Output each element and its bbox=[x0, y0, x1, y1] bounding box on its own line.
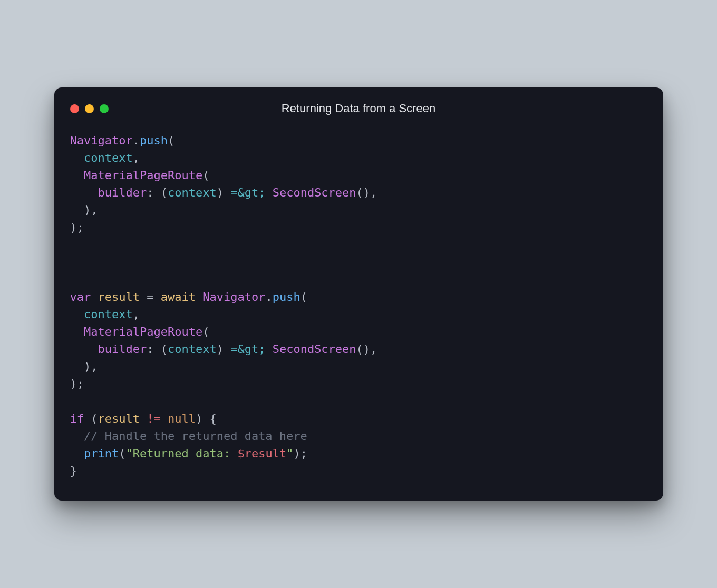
code-token: ( bbox=[356, 342, 363, 356]
code-block: Navigator.push( context, MaterialPageRou… bbox=[70, 132, 647, 479]
code-token: : bbox=[147, 342, 153, 356]
code-token: ( bbox=[202, 169, 209, 182]
code-token: { bbox=[209, 412, 216, 425]
code-token: var bbox=[70, 290, 91, 303]
code-token: SecondScreen bbox=[273, 186, 356, 199]
code-token: MaterialPageRoute bbox=[84, 325, 202, 338]
code-token: ) bbox=[293, 447, 300, 460]
code-token: ; bbox=[77, 377, 84, 390]
code-token: result bbox=[98, 290, 140, 303]
code-token: $result bbox=[237, 447, 286, 460]
code-token: ( bbox=[119, 447, 125, 460]
code-token: ) bbox=[70, 221, 77, 234]
code-token: ( bbox=[91, 412, 98, 425]
code-token: " bbox=[286, 447, 293, 460]
close-icon[interactable] bbox=[70, 104, 79, 113]
code-token: print bbox=[84, 447, 119, 460]
code-token: ( bbox=[161, 186, 168, 199]
code-token: ) bbox=[363, 186, 370, 199]
code-token: if bbox=[70, 412, 84, 425]
code-token: , bbox=[91, 203, 98, 217]
code-token: =&gt; bbox=[230, 342, 265, 356]
code-token: ( bbox=[161, 342, 168, 356]
code-token: ) bbox=[196, 412, 202, 425]
code-token: push bbox=[273, 290, 301, 303]
code-token: Navigator bbox=[202, 290, 265, 303]
code-token: ) bbox=[84, 360, 91, 373]
code-token: ) bbox=[217, 342, 224, 356]
titlebar: Returning Data from a Screen bbox=[70, 101, 647, 116]
code-token: ; bbox=[77, 221, 84, 234]
code-token: ( bbox=[301, 290, 307, 303]
code-token: , bbox=[370, 186, 377, 199]
code-token: . bbox=[133, 134, 140, 147]
code-token: . bbox=[265, 290, 272, 303]
code-token: ( bbox=[202, 325, 209, 338]
window-title: Returning Data from a Screen bbox=[70, 102, 647, 115]
code-token: null bbox=[168, 412, 196, 425]
traffic-lights bbox=[70, 104, 109, 113]
code-token: "Returned data: bbox=[125, 447, 237, 460]
code-token: ) bbox=[70, 377, 77, 390]
code-token: context bbox=[168, 342, 217, 356]
code-token: , bbox=[91, 360, 98, 373]
code-token: =&gt; bbox=[230, 186, 265, 199]
code-token: ( bbox=[168, 134, 175, 147]
code-token: , bbox=[133, 151, 140, 164]
code-token: = bbox=[147, 290, 153, 303]
code-token: , bbox=[133, 308, 140, 321]
code-token: context bbox=[84, 151, 133, 164]
code-token: await bbox=[161, 290, 196, 303]
code-token: builder bbox=[98, 342, 147, 356]
code-token: // Handle the returned data here bbox=[84, 429, 307, 443]
code-token: SecondScreen bbox=[273, 342, 356, 356]
code-window: Returning Data from a Screen Navigator.p… bbox=[54, 87, 663, 501]
code-token: context bbox=[168, 186, 217, 199]
minimize-icon[interactable] bbox=[85, 104, 94, 113]
code-token: push bbox=[140, 134, 168, 147]
code-token: , bbox=[370, 342, 377, 356]
code-token: ( bbox=[356, 186, 363, 199]
code-token: : bbox=[147, 186, 153, 199]
maximize-icon[interactable] bbox=[100, 104, 109, 113]
code-token: MaterialPageRoute bbox=[84, 169, 202, 182]
code-token: ) bbox=[217, 186, 224, 199]
code-token: Navigator bbox=[70, 134, 133, 147]
code-token: ) bbox=[84, 203, 91, 217]
code-token: ) bbox=[363, 342, 370, 356]
code-token: != bbox=[147, 412, 161, 425]
code-token: context bbox=[84, 308, 133, 321]
code-token: ; bbox=[301, 447, 307, 460]
code-token: result bbox=[98, 412, 140, 425]
code-token: } bbox=[70, 464, 77, 477]
code-token: builder bbox=[98, 186, 147, 199]
